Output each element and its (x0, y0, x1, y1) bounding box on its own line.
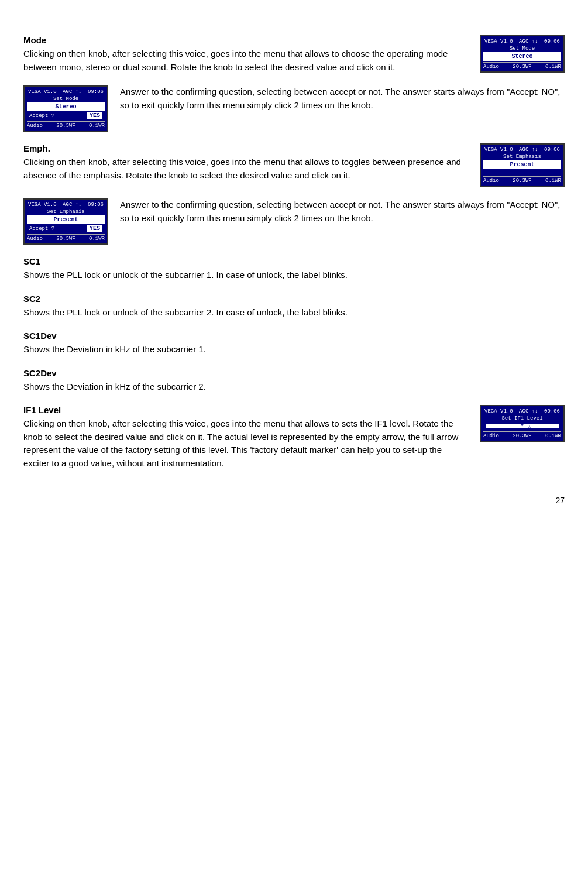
mode-body: Clicking on then knob, after selecting t… (23, 47, 468, 74)
device-brand-2: VEGA V1.0 (28, 89, 57, 95)
device-brand: VEGA V1.0 (484, 39, 513, 44)
device-accept-row: Accept ? YES (27, 111, 105, 120)
device-agc-3: AGC ↑↓ (519, 147, 538, 153)
emph-accept-device-left: VEGA V1.0 AGC ↑↓ 09:06 Set Emphasis Pres… (23, 198, 108, 245)
if1level-device-right: VEGA V1.0 AGC ↑↓ 09:06 Set IF1 Level ▼ △… (480, 405, 565, 442)
sc2dev-title: SC2Dev (23, 368, 565, 378)
device-top-bar-5: VEGA V1.0 AGC ↑↓ 09:06 (483, 408, 561, 415)
device-bottom-bar: Audio 20.3WF 0.1WR (483, 62, 561, 70)
device-bottom-middle-5: 20.3WF (513, 433, 531, 439)
emph-body: Clicking on then knob, after selecting t… (23, 156, 468, 182)
sc1-title: SC1 (23, 256, 565, 266)
device-brand-3: VEGA V1.0 (484, 147, 513, 153)
device-screen-mode: VEGA V1.0 AGC ↑↓ 09:06 Set Mode Stereo A… (480, 35, 565, 73)
emph-accept-section: VEGA V1.0 AGC ↑↓ 09:06 Set Emphasis Pres… (23, 198, 565, 245)
device-time-4: 09:06 (88, 202, 104, 208)
device-bottom-bar-4: Audio 20.3WF 0.1WR (27, 234, 105, 242)
device-bottom-middle-2: 20.3WF (56, 123, 75, 129)
device-screen-if1level: VEGA V1.0 AGC ↑↓ 09:06 Set IF1 Level ▼ △… (480, 405, 565, 442)
emph-text: Emph. Clicking on then knob, after selec… (23, 143, 480, 182)
device-agc-4: AGC ↑↓ (63, 202, 81, 208)
emph-section: Emph. Clicking on then knob, after selec… (23, 143, 565, 187)
device-selected-value-4: Present (27, 215, 105, 224)
mode-accept-text: Answer to the confirming question, selec… (120, 85, 565, 112)
device-agc-2: AGC ↑↓ (63, 89, 81, 95)
device-accept-label: Accept ? (29, 113, 54, 119)
mode-title: Mode (23, 35, 468, 45)
device-accept-yes-2: YES (87, 225, 102, 232)
mode-text: Mode Clicking on then knob, after select… (23, 35, 480, 74)
device-bottom-left-5: Audio (483, 433, 499, 439)
device-accept-label-2: Accept ? (29, 226, 54, 232)
device-bottom-middle: 20.3WF (513, 64, 531, 70)
device-bottom-right-2: 0.1WR (89, 123, 105, 129)
device-bottom-left-3: Audio (483, 178, 499, 184)
device-bottom-bar-2: Audio 20.3WF 0.1WR (27, 121, 105, 129)
device-time-2: 09:06 (88, 89, 104, 95)
if1level-section: IF1 Level Clicking on then knob, after s… (23, 405, 565, 470)
device-menu-title-5: Set IF1 Level (483, 415, 561, 422)
device-bottom-middle-4: 20.3WF (56, 236, 75, 242)
if1level-text: IF1 Level Clicking on then knob, after s… (23, 405, 480, 470)
device-bottom-left-2: Audio (27, 123, 43, 129)
device-selected-value: Stereo (483, 52, 561, 61)
device-bottom-middle-3: 20.3WF (513, 178, 531, 184)
device-bottom-right-5: 0.1WR (545, 433, 561, 439)
device-menu-title-4: Set Emphasis (27, 208, 105, 215)
mode-accept-device-left: VEGA V1.0 AGC ↑↓ 09:06 Set Mode Stereo A… (23, 85, 108, 132)
device-time-5: 09:06 (544, 408, 560, 414)
emph-accept-text: Answer to the confirming question, selec… (120, 198, 565, 225)
device-bottom-right-3: 0.1WR (545, 178, 561, 184)
device-menu-title-2: Set Mode (27, 95, 105, 102)
sc2-title: SC2 (23, 294, 565, 304)
device-accept-yes: YES (87, 112, 102, 119)
sc1dev-section: SC1Dev Shows the Deviation in kHz of the… (23, 331, 565, 356)
emph-device-right: VEGA V1.0 AGC ↑↓ 09:06 Set Emphasis Pres… (480, 143, 565, 187)
emph-accept-body: Answer to the confirming question, selec… (120, 198, 565, 225)
device-bottom-bar-3: Audio 20.3WF 0.1WR (483, 176, 561, 184)
device-screen-emph-accept: VEGA V1.0 AGC ↑↓ 09:06 Set Emphasis Pres… (23, 198, 108, 245)
emph-title: Emph. (23, 143, 468, 153)
device-top-bar: VEGA V1.0 AGC ↑↓ 09:06 (483, 38, 561, 45)
sc1dev-title: SC1Dev (23, 331, 565, 341)
device-bottom-left-4: Audio (27, 236, 43, 242)
sc1-section: SC1 Shows the PLL lock or unlock of the … (23, 256, 565, 282)
arrow-up-icon: △ (528, 425, 531, 429)
device-bottom-left: Audio (483, 64, 499, 70)
device-brand-4: VEGA V1.0 (28, 202, 57, 208)
device-time-3: 09:06 (544, 147, 560, 153)
device-top-bar-3: VEGA V1.0 AGC ↑↓ 09:06 (483, 146, 561, 153)
mode-accept-body: Answer to the confirming question, selec… (120, 85, 565, 112)
arrow-down-icon: ▼ (521, 424, 523, 428)
device-screen-mode-accept: VEGA V1.0 AGC ↑↓ 09:06 Set Mode Stereo A… (23, 85, 108, 132)
sc1-body: Shows the PLL lock or unlock of the subc… (23, 269, 565, 282)
device-menu-title-3: Set Emphasis (483, 153, 561, 160)
device-selected-value-2: Stereo (27, 102, 105, 111)
device-bottom-right-4: 0.1WR (89, 236, 105, 242)
mode-accept-section: VEGA V1.0 AGC ↑↓ 09:06 Set Mode Stereo A… (23, 85, 565, 132)
sc2dev-body: Shows the Deviation in kHz of the subcar… (23, 380, 565, 394)
device-top-bar-2: VEGA V1.0 AGC ↑↓ 09:06 (27, 88, 105, 95)
device-top-bar-4: VEGA V1.0 AGC ↑↓ 09:06 (27, 201, 105, 208)
sc2dev-section: SC2Dev Shows the Deviation in kHz of the… (23, 368, 565, 394)
device-agc: AGC ↑↓ (519, 39, 538, 44)
device-bottom-bar-5: Audio 20.3WF 0.1WR (483, 431, 561, 439)
page: Mode Clicking on then knob, after select… (0, 0, 588, 517)
sc2-body: Shows the PLL lock or unlock of the subc… (23, 306, 565, 320)
mode-section: Mode Clicking on then knob, after select… (23, 35, 565, 74)
device-selected-value-3: Present (483, 160, 561, 169)
device-bottom-right: 0.1WR (545, 64, 561, 70)
device-accept-row-2: Accept ? YES (27, 224, 105, 233)
mode-device-right: VEGA V1.0 AGC ↑↓ 09:06 Set Mode Stereo A… (480, 35, 565, 73)
device-time: 09:06 (544, 39, 560, 44)
if1level-title: IF1 Level (23, 405, 468, 415)
sc1dev-body: Shows the Deviation in kHz of the subcar… (23, 343, 565, 356)
device-screen-emph: VEGA V1.0 AGC ↑↓ 09:06 Set Emphasis Pres… (480, 143, 565, 187)
device-brand-5: VEGA V1.0 (484, 408, 513, 414)
device-agc-5: AGC ↑↓ (519, 408, 538, 414)
device-menu-title: Set Mode (483, 45, 561, 52)
device-level-bar: ▼ △ (486, 424, 559, 428)
page-number: 27 (555, 496, 565, 505)
if1level-body: Clicking on then knob, after selecting t… (23, 417, 468, 470)
sc2-section: SC2 Shows the PLL lock or unlock of the … (23, 294, 565, 320)
